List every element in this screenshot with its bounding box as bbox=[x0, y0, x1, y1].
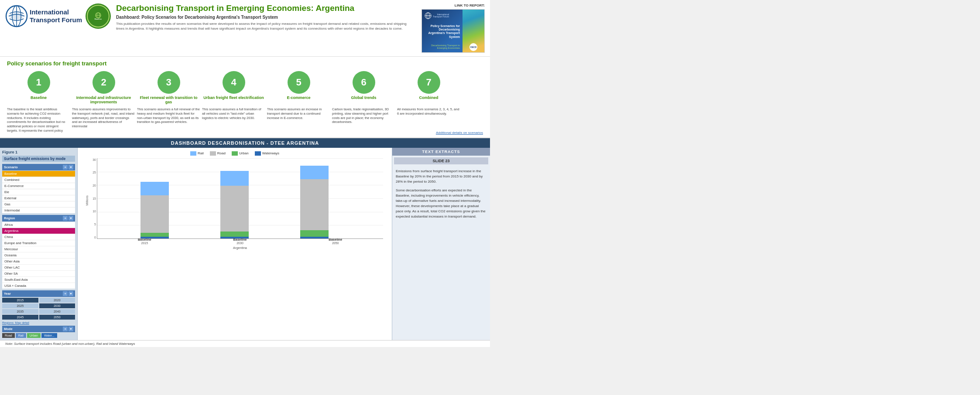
scenario-2[interactable]: 2 Intermodal and infrastructure improvem… bbox=[72, 71, 135, 133]
region-filter-header: Region ≡ ▼ bbox=[2, 215, 75, 221]
region-item-south-east-asia[interactable]: South-East Asia bbox=[2, 277, 75, 283]
scenario-5-circle: 5 bbox=[288, 71, 310, 94]
slide-label: SLIDE 23 bbox=[394, 157, 488, 164]
scenario-3-circle: 3 bbox=[158, 71, 180, 94]
year-2030[interactable]: 2030 bbox=[39, 303, 75, 308]
scenario-7-label: Combined bbox=[397, 95, 460, 106]
region-item-other-lac[interactable]: Other LAC bbox=[2, 265, 75, 271]
itf-logo-icon bbox=[5, 5, 28, 27]
scenario-list-item-ecommerce[interactable]: E-Commerce bbox=[2, 183, 75, 189]
region-item-africa[interactable]: Africa bbox=[2, 222, 75, 228]
mode-filter-btn-2[interactable]: ▼ bbox=[69, 327, 73, 331]
bar-3-road bbox=[300, 179, 329, 230]
region-item-other-asia[interactable]: Other Asia bbox=[2, 259, 75, 265]
legend-waterways: Waterways bbox=[255, 151, 279, 156]
region-filter-btn-2[interactable]: ▼ bbox=[69, 216, 73, 221]
scenario-list-item-combined[interactable]: Combined bbox=[2, 177, 75, 183]
year-2045[interactable]: 2045 bbox=[2, 315, 38, 320]
mode-road[interactable]: Road bbox=[2, 333, 15, 338]
initiative-label: Baseline bbox=[95, 18, 102, 20]
scenario-list-item-intermodal[interactable]: Intermodal bbox=[2, 208, 75, 213]
report-thumb-title: Policy Scenarios for Decarbonising Argen… bbox=[425, 24, 460, 39]
region-item-oceania[interactable]: Oceania bbox=[2, 252, 75, 259]
dashboard-header: DASHBOARD DESCARBONISATION - DTEE ARGENT… bbox=[0, 138, 490, 148]
bar-group-3 bbox=[286, 166, 343, 238]
scenario-5-label: E-commerce bbox=[267, 95, 330, 106]
scenario-3[interactable]: 3 Fleet renewal with transition to gas T… bbox=[137, 71, 200, 133]
scenario-list-item-baseline[interactable]: Baseline bbox=[2, 171, 75, 177]
region-item-other-sa[interactable]: Other SA bbox=[2, 271, 75, 277]
header: InternationalTransport Forum Baseline De… bbox=[0, 0, 490, 57]
region-item-europe[interactable]: Europe and Transition bbox=[2, 240, 75, 246]
year-2040[interactable]: 2040 bbox=[39, 309, 75, 314]
y-axis-labels: 0 5 10 15 20 25 30 bbox=[87, 158, 96, 239]
year-2050[interactable]: 2050 bbox=[39, 315, 75, 320]
mode-rail[interactable]: Rail bbox=[16, 333, 26, 338]
header-main: Decarbonising Transport in Emerging Econ… bbox=[111, 3, 415, 31]
bar-2-rail bbox=[220, 171, 249, 186]
bar-2-road bbox=[220, 186, 249, 232]
year-filter-btn-1[interactable]: ≡ bbox=[63, 291, 68, 296]
mode-filter-btn-1[interactable]: ≡ bbox=[63, 327, 68, 331]
regions-map-link[interactable]: Regions: Map detail bbox=[2, 321, 75, 324]
bar-3-rail bbox=[300, 166, 329, 179]
scenario-7-number: 7 bbox=[426, 77, 431, 88]
scenario-list-item-ele[interactable]: Ele bbox=[2, 189, 75, 195]
year-filter-btn-2[interactable]: ▼ bbox=[69, 291, 73, 296]
mode-water[interactable]: Water... bbox=[41, 333, 57, 338]
region-item-mercosur[interactable]: Mercosur bbox=[2, 246, 75, 252]
mode-urban[interactable]: Urban bbox=[27, 333, 41, 338]
bar-group-1 bbox=[126, 182, 183, 238]
legend-rail: Rail bbox=[190, 151, 204, 156]
report-link-section: LINK TO REPORT: InternationalTransport F… bbox=[415, 3, 485, 53]
scenario-list-item-gas[interactable]: Gas bbox=[2, 201, 75, 208]
scenario-1-desc: The baseline is the least ambitious scen… bbox=[7, 107, 70, 133]
itf-logo: InternationalTransport Forum bbox=[5, 5, 82, 27]
scenario-1-circle: 1 bbox=[27, 71, 50, 94]
scenario-filter: Scenario ≡ ▼ Baseline Combined E-Commerc… bbox=[2, 164, 75, 213]
text-paragraph-2: Some decarbonisation efforts are expecte… bbox=[396, 188, 487, 219]
scenario-6[interactable]: 6 Global trends Carbon taxes, trade regi… bbox=[332, 71, 395, 133]
region-filter-btn-1[interactable]: ≡ bbox=[63, 216, 68, 221]
bar-3-urban bbox=[300, 230, 329, 237]
region-item-china[interactable]: China bbox=[2, 234, 75, 240]
bars-area bbox=[97, 158, 383, 239]
initiative-badge: Baseline bbox=[86, 3, 111, 29]
report-itf-mini-icon bbox=[425, 12, 432, 19]
year-2025[interactable]: 2025 bbox=[2, 303, 38, 308]
scenario-1[interactable]: 1 Baseline The baseline is the least amb… bbox=[7, 71, 70, 133]
region-item-usa-canada[interactable]: USA + Canada bbox=[2, 283, 75, 289]
mode-buttons: Road Rail Urban Water... bbox=[2, 333, 75, 338]
scenario-1-label: Baseline bbox=[7, 95, 70, 106]
itf-name: InternationalTransport Forum bbox=[30, 8, 82, 24]
text-content: Emissions from surface freight transport… bbox=[392, 166, 490, 222]
year-2035[interactable]: 2035 bbox=[2, 309, 38, 314]
scenario-6-number: 6 bbox=[361, 77, 366, 88]
region-filter: Region ≡ ▼ Africa Argentina China Europe… bbox=[2, 215, 75, 289]
dashboard-body: Figure 1 Surface freight emissions by mo… bbox=[0, 148, 490, 340]
policy-title: Policy scenarios for freight transport bbox=[7, 60, 483, 67]
initiative-globe-icon bbox=[94, 12, 103, 18]
text-paragraph-1: Emissions from surface freight transport… bbox=[396, 169, 487, 184]
scenario-list-item-external[interactable]: External bbox=[2, 195, 75, 201]
scenario-7-circle: 7 bbox=[418, 71, 440, 94]
scenario-2-label: Intermodal and infrastructure improvemen… bbox=[72, 95, 135, 106]
year-2020[interactable]: 2020 bbox=[39, 298, 75, 303]
additional-details-link[interactable]: Additional details on scenarios bbox=[436, 131, 483, 135]
scenario-filter-btn-1[interactable]: ≡ bbox=[63, 165, 68, 170]
scenario-4[interactable]: 4 Urban freight fleet electrification Th… bbox=[202, 71, 265, 133]
x-axis-labels: Baseline 2015 Baseline 2030 Baseline 205… bbox=[97, 238, 383, 245]
scenario-list: Baseline Combined E-Commerce Ele Externa… bbox=[2, 171, 75, 213]
scenario-filter-btn-2[interactable]: ▼ bbox=[69, 165, 73, 170]
year-2015[interactable]: 2015 bbox=[2, 298, 38, 303]
report-thumbnail[interactable]: InternationalTransport Forum Policy Scen… bbox=[421, 9, 485, 53]
scenario-4-number: 4 bbox=[231, 77, 236, 88]
scenario-5[interactable]: 5 E-commerce This scenario assumes an in… bbox=[267, 71, 330, 133]
center-panel: Rail Road Urban Waterways Millions 0 bbox=[78, 148, 392, 340]
region-list: Africa Argentina China Europe and Transi… bbox=[2, 222, 75, 289]
chart-legend: Rail Road Urban Waterways bbox=[83, 151, 387, 156]
bar-1-urban bbox=[140, 233, 169, 237]
region-item-argentina[interactable]: Argentina bbox=[2, 228, 75, 234]
scenario-1-number: 1 bbox=[36, 77, 41, 88]
scenario-7[interactable]: 7 Combined All measures from scenarios 2… bbox=[397, 71, 460, 133]
